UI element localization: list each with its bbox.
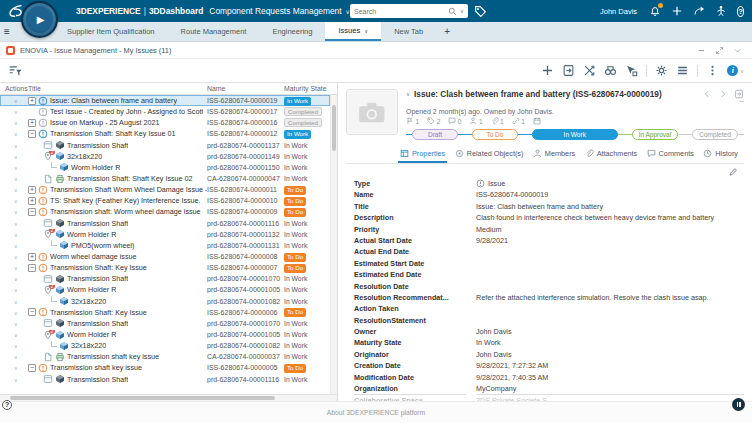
lifecycle-stage-completed[interactable]: Completed — [692, 129, 738, 140]
list-item[interactable]: ∨+Issue: Clash between frame and battery… — [0, 95, 330, 106]
row-actions-menu[interactable]: ∨ — [0, 230, 28, 239]
assistant-icon[interactable] — [715, 5, 727, 17]
vertical-scrollbar[interactable] — [330, 95, 337, 394]
global-search[interactable]: ∨ — [350, 4, 468, 18]
compass-play-icon[interactable]: ▶ — [37, 15, 45, 25]
list-item[interactable]: ∨+Transmission Shaft Worm Wheel Damage I… — [0, 184, 330, 195]
info-control[interactable]: i ∨ — [727, 65, 744, 76]
row-actions-menu[interactable]: ∨ — [0, 263, 28, 272]
row-actions-menu[interactable]: ∨ — [0, 219, 28, 228]
about-link[interactable]: About 3DEXPERIENCE platform — [327, 409, 426, 416]
list-item[interactable]: ∨+Worm wheel damage issueISS-6280674-000… — [0, 251, 330, 262]
tab-issues[interactable]: Issues∨ — [325, 22, 381, 41]
list-item[interactable]: ∨Test Issue - Created by John - Assigned… — [0, 106, 330, 117]
column-title[interactable]: Title — [28, 85, 207, 92]
expander-plus[interactable]: + — [28, 97, 36, 105]
expander-minus[interactable]: − — [28, 208, 36, 216]
maximize-icon[interactable] — [715, 46, 724, 55]
row-actions-menu[interactable]: ∨ — [0, 341, 28, 350]
edit-pencil-icon[interactable] — [728, 167, 738, 177]
dashboard-name[interactable]: Component Requests Management∨ — [209, 6, 350, 16]
list-item[interactable]: ∨+TS: Shaft key (Feather Key) Interferen… — [0, 195, 330, 206]
minimize-icon[interactable] — [697, 46, 706, 55]
row-actions-menu[interactable]: ∨ — [0, 129, 28, 138]
compare-icon[interactable] — [583, 64, 596, 77]
expander-plus[interactable]: + — [28, 119, 36, 127]
filter-icon[interactable] — [8, 64, 22, 78]
dashboard-chevron-icon[interactable]: ∨ — [346, 9, 350, 15]
add-icon[interactable] — [541, 64, 554, 77]
list-item[interactable]: ∨2Worm Holder Rprd-6280674-00001005In Wo… — [0, 329, 330, 340]
lifecycle-stage-approval[interactable]: In Approval — [632, 129, 679, 140]
detail-tab-properties[interactable]: Properties — [398, 147, 447, 163]
assistant-button[interactable] — [732, 398, 745, 411]
list-item[interactable]: ∨−Transmission Shaft: Key IssueISS-62806… — [0, 262, 330, 273]
export-icon[interactable] — [562, 64, 575, 77]
lifecycle-stage-todo[interactable]: To Do — [472, 129, 518, 140]
row-actions-menu[interactable]: ∨ — [0, 274, 28, 283]
expander-plus[interactable]: + — [28, 197, 36, 205]
vertical-scrollbar-thumb[interactable] — [332, 105, 336, 151]
list-item[interactable]: ∨PMO5(worm wheel)prd-6280674-00001131In … — [0, 240, 330, 251]
row-actions-menu[interactable]: ∨ — [0, 163, 28, 172]
title-chevron-icon[interactable]: ∨ — [406, 91, 410, 97]
help-icon[interactable]: ? — [737, 6, 744, 17]
list-item[interactable]: ∨−Transmission Shaft: Shaft Key Issue 01… — [0, 128, 330, 139]
search-options-chevron-icon[interactable]: ∨ — [460, 8, 464, 14]
info-chevron-icon[interactable]: ∨ — [740, 68, 744, 74]
list-item[interactable]: ∨Transmission Shaftprd-6280674-00001116I… — [0, 374, 330, 385]
row-actions-menu[interactable]: ∨ — [0, 107, 28, 116]
row-actions-menu[interactable]: ∨ — [0, 241, 28, 250]
add-icon[interactable] — [671, 5, 683, 17]
lifecycle-stage-inwork[interactable]: In Work — [532, 129, 618, 140]
row-actions-menu[interactable]: ∨ — [0, 252, 28, 261]
row-actions-menu[interactable]: ∨ — [0, 297, 28, 306]
count-link[interactable]: 1 — [512, 117, 525, 125]
row-actions-menu[interactable]: ∨ — [0, 319, 28, 328]
search-input[interactable] — [354, 8, 445, 15]
row-actions-menu[interactable]: ∨ — [0, 185, 28, 194]
list-item[interactable]: ∨Transmission Shaft: Shaft Key Issue 02C… — [0, 173, 330, 184]
chevron-left-icon[interactable] — [702, 89, 712, 99]
tag-icon[interactable] — [474, 5, 488, 18]
detail-tab-related-object-s-[interactable]: Related Object(s) — [453, 147, 526, 163]
list-item[interactable]: ∨Transmission Shaftprd-6280674-00001070I… — [0, 318, 330, 329]
row-actions-menu[interactable]: ∨ — [0, 363, 28, 372]
info-icon[interactable]: i — [727, 65, 738, 76]
list-item[interactable]: ∨232x18x220prd-6280674-00001149In Work — [0, 151, 330, 162]
detail-tab-comments[interactable]: Comments — [645, 147, 696, 163]
column-name[interactable]: Name — [207, 85, 284, 92]
search-icon[interactable] — [448, 7, 457, 16]
row-actions-menu[interactable]: ∨ — [0, 174, 28, 183]
horizontal-scrollbar[interactable] — [0, 394, 337, 401]
row-actions-menu[interactable]: ∨ — [0, 118, 28, 127]
row-actions-menu[interactable]: ∨ — [0, 207, 28, 216]
list-item[interactable]: ∨Transmission Shaftprd-6280674-00001116I… — [0, 218, 330, 229]
list-item[interactable]: ∨2Worm Holder Rprd-6280674-00001005In Wo… — [0, 284, 330, 295]
row-actions-menu[interactable]: ∨ — [0, 285, 28, 294]
enovia-help-icon[interactable]: ? — [2, 400, 12, 410]
list-item[interactable]: ∨−Transmission shaft key issueISS-628067… — [0, 362, 330, 373]
list-item[interactable]: ∨Transmission shaft key issueCA-6280674-… — [0, 351, 330, 362]
column-maturity-state[interactable]: Maturity State — [284, 85, 330, 92]
find-icon[interactable] — [604, 64, 617, 77]
add-tab-button[interactable]: + — [436, 22, 458, 41]
row-actions-menu[interactable]: ∨ — [0, 141, 28, 150]
more-icon[interactable] — [706, 64, 719, 77]
list-icon[interactable] — [676, 64, 689, 77]
gear-icon[interactable] — [655, 64, 668, 77]
column-actions[interactable]: Actions — [0, 85, 28, 92]
count-comment[interactable]: 0 — [448, 117, 461, 125]
list-item[interactable]: ∨+Issue on Markup - 25 August 2021ISS-62… — [0, 117, 330, 128]
share-icon[interactable] — [693, 5, 705, 17]
chevron-right-icon[interactable] — [718, 89, 728, 99]
row-actions-menu[interactable]: ∨ — [0, 196, 28, 205]
row-actions-menu[interactable]: ∨ — [0, 152, 28, 161]
row-actions-menu[interactable]: ∨ — [0, 96, 28, 105]
tab-engineering[interactable]: Engineering — [259, 22, 325, 41]
row-actions-menu[interactable]: ∨ — [0, 308, 28, 317]
list-item[interactable]: ∨Transmission Shaftprd-6280674-00001137I… — [0, 140, 330, 151]
lifecycle-stage-draft[interactable]: Draft — [412, 129, 458, 140]
list-item[interactable]: ∨−Transmission Shaft: Key IssueISS-62806… — [0, 307, 330, 318]
tab-route-management[interactable]: Route Management — [168, 22, 260, 41]
